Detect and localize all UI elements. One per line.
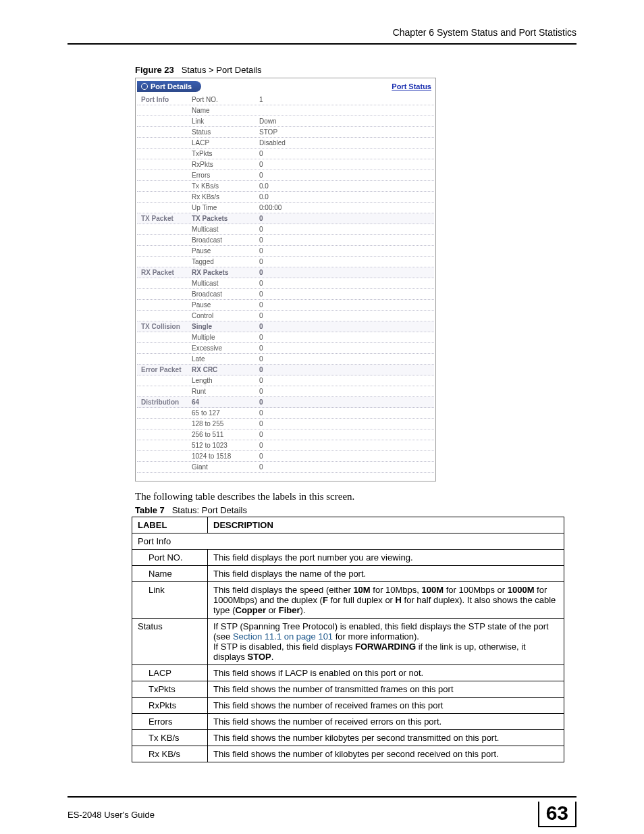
detail-row: Distribution640 xyxy=(137,397,434,408)
row-key: TxPkts xyxy=(192,149,259,158)
row-group xyxy=(137,419,192,428)
figure-caption: Figure 23 Status > Port Details xyxy=(68,65,576,75)
row-group: TX Collision xyxy=(137,322,192,331)
row-key: Multicast xyxy=(192,279,259,288)
detail-row: Multiple0 xyxy=(137,332,434,343)
cell-label: Port NO. xyxy=(132,550,208,566)
row-key: TX Packets xyxy=(192,214,259,223)
row-group xyxy=(137,376,192,385)
detail-row: Giant0 xyxy=(137,462,434,473)
table-row: RxPktsThis field shows the number of rec… xyxy=(132,698,564,714)
row-group xyxy=(137,301,192,309)
intro-paragraph: The following table describes the labels… xyxy=(135,491,576,502)
row-group xyxy=(137,149,192,158)
cell-label: Errors xyxy=(132,714,208,730)
cell-label: Port Info xyxy=(132,533,564,550)
row-group xyxy=(137,355,192,363)
cell-description: This field shows the number of kilobytes… xyxy=(208,746,564,762)
row-value: 0 xyxy=(259,441,434,450)
footer-guide: ES-2048 User's Guide xyxy=(68,810,155,820)
row-group xyxy=(137,387,192,396)
row-value: 0 xyxy=(259,355,434,363)
table-row: Port NO.This field displays the port num… xyxy=(132,550,564,566)
row-value: 0.0 xyxy=(259,182,434,190)
cell-description: This field displays the speed (either 10… xyxy=(208,582,564,619)
row-group xyxy=(137,225,192,234)
row-group: Error Packet xyxy=(137,365,192,374)
row-value: 0 xyxy=(259,419,434,428)
row-key: Broadcast xyxy=(192,236,259,244)
row-value: 0 xyxy=(259,463,434,471)
row-value: 0 xyxy=(259,333,434,342)
row-value: Down xyxy=(259,117,434,126)
detail-row: Late0 xyxy=(137,354,434,365)
row-value: Disabled xyxy=(259,138,434,147)
detail-row: Tagged0 xyxy=(137,257,434,267)
row-key: LACP xyxy=(192,138,259,147)
table-row: LinkThis field displays the speed (eithe… xyxy=(132,582,564,619)
table-row: NameThis field displays the name of the … xyxy=(132,566,564,582)
row-value: 0 xyxy=(259,149,434,158)
detail-row: Rx KBs/s0.0 xyxy=(137,192,434,203)
figure-title: Status > Port Details xyxy=(182,65,262,75)
detail-row: Control0 xyxy=(137,311,434,321)
port-status-link[interactable]: Port Status xyxy=(392,82,434,90)
row-key: 128 to 255 xyxy=(192,419,259,428)
row-group: Port Info xyxy=(137,95,192,104)
row-group xyxy=(137,160,192,169)
detail-row: 512 to 10230 xyxy=(137,440,434,451)
row-value: 0 xyxy=(259,160,434,169)
row-group xyxy=(137,290,192,298)
row-value: 0 xyxy=(259,290,434,298)
row-key: RX CRC xyxy=(192,365,259,374)
row-group xyxy=(137,463,192,471)
row-value: 0 xyxy=(259,376,434,385)
detail-row: Port InfoPort NO.1 xyxy=(137,95,434,105)
detail-row: RX PacketRX Packets0 xyxy=(137,267,434,278)
detail-row: Pause0 xyxy=(137,246,434,257)
row-group xyxy=(137,106,192,115)
row-group xyxy=(137,171,192,180)
row-group xyxy=(137,452,192,461)
row-value: 0:00:00 xyxy=(259,203,434,212)
detail-row: Error PacketRX CRC0 xyxy=(137,365,434,375)
row-key: Up Time xyxy=(192,203,259,212)
detail-row: StatusSTOP xyxy=(137,127,434,138)
cell-label: LACP xyxy=(132,665,208,681)
row-group xyxy=(137,430,192,439)
row-value: 0 xyxy=(259,452,434,461)
row-key: 512 to 1023 xyxy=(192,441,259,450)
row-key: Excessive xyxy=(192,344,259,353)
row-key: Broadcast xyxy=(192,290,259,298)
detail-row: Tx KBs/s0.0 xyxy=(137,181,434,192)
table-row: Tx KB/sThis field shows the number kilob… xyxy=(132,730,564,746)
row-key: Status xyxy=(192,128,259,136)
table-row: Rx KB/sThis field shows the number of ki… xyxy=(132,746,564,762)
port-details-table: LABEL DESCRIPTION Port InfoPort NO.This … xyxy=(132,517,564,762)
figure-label: Figure 23 xyxy=(135,65,174,75)
row-value: 0 xyxy=(259,301,434,309)
row-key: 256 to 511 xyxy=(192,430,259,439)
detail-row: LACPDisabled xyxy=(137,138,434,149)
row-value: 0 xyxy=(259,344,434,353)
row-group xyxy=(137,311,192,320)
row-value: 0 xyxy=(259,225,434,234)
row-value: 0.0 xyxy=(259,192,434,201)
detail-row: TX PacketTX Packets0 xyxy=(137,213,434,224)
cell-description: This field shows the number kilobytes pe… xyxy=(208,730,564,746)
port-details-tab[interactable]: Port Details xyxy=(137,81,201,92)
row-key: Tx KBs/s xyxy=(192,182,259,190)
row-key: Pause xyxy=(192,246,259,255)
detail-row: 256 to 5110 xyxy=(137,429,434,440)
row-group xyxy=(137,236,192,244)
row-key: Multiple xyxy=(192,333,259,342)
row-group xyxy=(137,128,192,136)
cell-label: Name xyxy=(132,566,208,582)
detail-row: Length0 xyxy=(137,375,434,386)
detail-row: Broadcast0 xyxy=(137,289,434,300)
row-value: 0 xyxy=(259,387,434,396)
row-key: Link xyxy=(192,117,259,126)
row-value: STOP xyxy=(259,128,434,136)
table-row: StatusIf STP (Spanning Tree Protocol) is… xyxy=(132,619,564,665)
row-value: 0 xyxy=(259,409,434,417)
